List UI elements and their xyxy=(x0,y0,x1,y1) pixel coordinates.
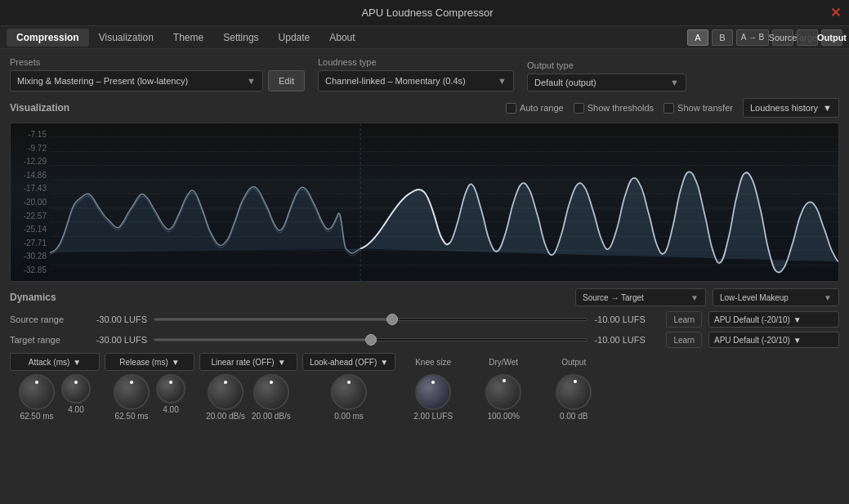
lookahead-value: 0.00 ms xyxy=(334,412,364,421)
release-knob1[interactable] xyxy=(114,374,150,410)
attack-value2: 4.00 xyxy=(68,405,83,414)
output-type-dropdown[interactable]: Default (output) ▼ xyxy=(527,74,686,91)
attack-group: Attack (ms) ▼ 62.50 ms 4.00 xyxy=(10,353,100,421)
menu-visualization[interactable]: Visualization xyxy=(89,29,163,47)
release-knob2[interactable] xyxy=(156,374,185,404)
loudness-arrow-icon: ▼ xyxy=(498,76,507,86)
menu-theme[interactable]: Theme xyxy=(163,29,213,47)
source-range-row: Source range -30.00 LUFS -10.00 LUFS Lea… xyxy=(10,311,839,328)
viz-scale: -7.15 -9.72 -12.29 -14.86 -17.43 -20.00 … xyxy=(11,123,50,281)
source-range-min: -30.00 LUFS xyxy=(82,314,147,324)
target-range-label: Target range xyxy=(10,335,75,345)
source-range-max: -10.00 LUFS xyxy=(594,314,659,324)
output-knob[interactable] xyxy=(556,374,592,410)
knee-header: Knee size xyxy=(415,353,451,371)
mode-arrow-icon: ▼ xyxy=(690,293,699,302)
show-thresholds-control[interactable]: Show thresholds xyxy=(574,103,654,114)
ab-button-source[interactable]: Source xyxy=(772,29,793,46)
ab-button-a[interactable]: A xyxy=(687,29,708,46)
ab-button-b[interactable]: B xyxy=(712,29,733,46)
menu-settings[interactable]: Settings xyxy=(213,29,268,47)
presets-dropdown[interactable]: Mixing & Mastering – Present (low-latenc… xyxy=(10,70,263,91)
release-knob1-container: 62.50 ms xyxy=(114,374,150,421)
auto-range-label: Auto range xyxy=(520,103,564,113)
drywet-label: Dry/Wet xyxy=(489,358,518,367)
lookahead-arrow-icon: ▼ xyxy=(380,358,388,367)
target-learn-button[interactable]: Learn xyxy=(666,332,702,348)
output-type-value: Default (output) xyxy=(534,78,597,87)
loudness-block: Loudness type Channel-linked – Momentary… xyxy=(318,57,514,91)
header-sections: Presets Mixing & Mastering – Present (lo… xyxy=(10,57,839,91)
release-knob2-container: 4.00 xyxy=(156,374,185,421)
makeup-dropdown[interactable]: Low-Level Makeup ▼ xyxy=(713,288,839,306)
show-transfer-checkbox[interactable] xyxy=(664,103,674,114)
output-type-label: Output type xyxy=(527,60,686,70)
release-arrow-icon: ▼ xyxy=(172,358,180,367)
lookahead-knob[interactable] xyxy=(331,374,367,410)
release-group: Release (ms) ▼ 62.50 ms 4.00 xyxy=(105,353,194,421)
viz-controls: Auto range Show thresholds Show transfer… xyxy=(506,98,839,118)
knee-label: Knee size xyxy=(415,358,451,367)
menu-about[interactable]: About xyxy=(319,29,364,47)
source-preset-dropdown[interactable]: APU Default (-20/10) ▼ xyxy=(708,311,839,328)
source-range-slider[interactable] xyxy=(154,318,588,321)
waveform-svg xyxy=(50,123,838,281)
close-button[interactable]: ✕ xyxy=(830,5,841,20)
knobs-outer: Attack (ms) ▼ 62.50 ms 4.00 Release (ms)… xyxy=(10,353,839,421)
source-learn-button[interactable]: Learn xyxy=(666,311,702,328)
show-thresholds-label: Show thresholds xyxy=(588,103,654,113)
menu-update[interactable]: Update xyxy=(269,29,320,47)
attack-header[interactable]: Attack (ms) ▼ xyxy=(10,353,100,371)
show-transfer-control[interactable]: Show transfer xyxy=(664,103,733,114)
loudness-type-label: Loudness type xyxy=(318,57,514,67)
source-range-label: Source range xyxy=(10,314,75,324)
release-value2: 4.00 xyxy=(163,405,178,414)
knee-knob[interactable] xyxy=(415,374,451,410)
target-preset-dropdown[interactable]: APU Default (-20/10) ▼ xyxy=(708,332,839,348)
presets-arrow-icon: ▼ xyxy=(247,76,256,86)
viz-canvas xyxy=(50,123,838,281)
drywet-knob-container: 100.00% xyxy=(485,374,521,421)
history-arrow-icon: ▼ xyxy=(823,103,832,113)
loudness-history-dropdown[interactable]: Loudness history ▼ xyxy=(743,98,839,118)
linear-header[interactable]: Linear rate (OFF) ▼ xyxy=(199,353,297,371)
target-range-slider[interactable] xyxy=(154,338,588,341)
main-content: Presets Mixing & Mastering – Present (lo… xyxy=(0,49,849,504)
lookahead-header[interactable]: Look-ahead (OFF) ▼ xyxy=(302,353,395,371)
attack-knob2-container: 4.00 xyxy=(61,374,91,421)
drywet-knob[interactable] xyxy=(485,374,521,410)
attack-knob1[interactable] xyxy=(19,374,55,410)
linear-knob2[interactable] xyxy=(253,374,289,410)
loudness-type-value: Channel-linked – Momentary (0.4s) xyxy=(325,76,466,86)
loudness-type-dropdown[interactable]: Channel-linked – Momentary (0.4s) ▼ xyxy=(318,70,514,91)
auto-range-control[interactable]: Auto range xyxy=(506,103,564,114)
source-preset-value: APU Default (-20/10) xyxy=(714,315,790,324)
show-thresholds-checkbox[interactable] xyxy=(574,103,584,114)
scale-4: -14.86 xyxy=(14,171,47,180)
scale-2: -9.72 xyxy=(14,144,47,153)
ab-button-atob[interactable]: A → B xyxy=(736,29,769,46)
ab-button-output[interactable]: Output xyxy=(821,29,842,46)
title-bar: APU Loudness Compressor ✕ xyxy=(0,0,849,26)
auto-range-checkbox[interactable] xyxy=(506,103,516,114)
scale-8: -25.14 xyxy=(14,225,47,234)
ab-button-target[interactable]: Target xyxy=(797,29,818,46)
output-knob-container: 0.00 dB xyxy=(556,374,592,421)
window-title: APU Loudness Compressor xyxy=(25,7,830,19)
visualization-label: Visualization xyxy=(10,102,69,114)
target-preset-arrow-icon: ▼ xyxy=(793,336,802,345)
edit-button[interactable]: Edit xyxy=(268,70,305,91)
target-range-max: -10.00 LUFS xyxy=(594,335,659,345)
attack-knob1-container: 62.50 ms xyxy=(19,374,55,421)
dynamics-label: Dynamics xyxy=(10,292,56,303)
drywet-group: Dry/Wet 100.00% xyxy=(471,353,536,421)
presets-label: Presets xyxy=(10,57,305,67)
linear-knob1[interactable] xyxy=(208,374,244,410)
mode-dropdown[interactable]: Source → Target ▼ xyxy=(575,288,706,306)
output-knob-header: Output xyxy=(561,353,586,371)
output-value: 0.00 dB xyxy=(560,412,588,421)
attack-knob2[interactable] xyxy=(61,374,91,404)
release-header[interactable]: Release (ms) ▼ xyxy=(105,353,194,371)
release-knobs: 62.50 ms 4.00 xyxy=(114,374,185,421)
menu-compression[interactable]: Compression xyxy=(7,29,89,47)
